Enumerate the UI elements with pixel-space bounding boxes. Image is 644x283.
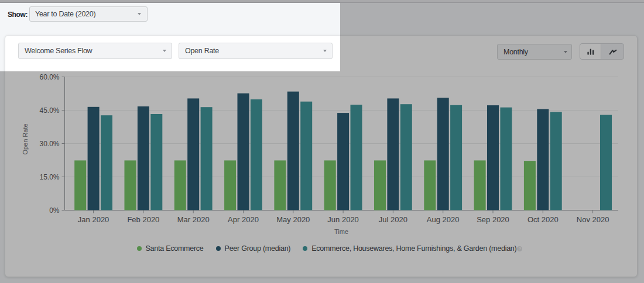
svg-text:Oct 2020: Oct 2020	[527, 215, 559, 224]
svg-text:0%: 0%	[49, 206, 60, 215]
svg-text:Jul 2020: Jul 2020	[379, 215, 407, 224]
svg-text:Time: Time	[334, 228, 348, 235]
svg-text:45.0%: 45.0%	[39, 106, 59, 115]
svg-text:Open Rate: Open Rate	[22, 123, 29, 154]
svg-text:30.0%: 30.0%	[39, 140, 59, 148]
svg-text:Nov 2020: Nov 2020	[577, 215, 609, 224]
svg-text:Jan 2020: Jan 2020	[78, 215, 109, 224]
svg-text:Apr 2020: Apr 2020	[228, 215, 259, 224]
svg-text:Feb 2020: Feb 2020	[127, 215, 159, 224]
svg-text:15.0%: 15.0%	[39, 173, 59, 181]
svg-text:Aug 2020: Aug 2020	[427, 215, 460, 224]
svg-text:May 2020: May 2020	[276, 215, 310, 224]
svg-text:Mar 2020: Mar 2020	[177, 215, 210, 224]
svg-text:Jun 2020: Jun 2020	[327, 215, 359, 224]
svg-text:60.0%: 60.0%	[39, 73, 59, 81]
svg-text:Sep 2020: Sep 2020	[477, 215, 509, 224]
